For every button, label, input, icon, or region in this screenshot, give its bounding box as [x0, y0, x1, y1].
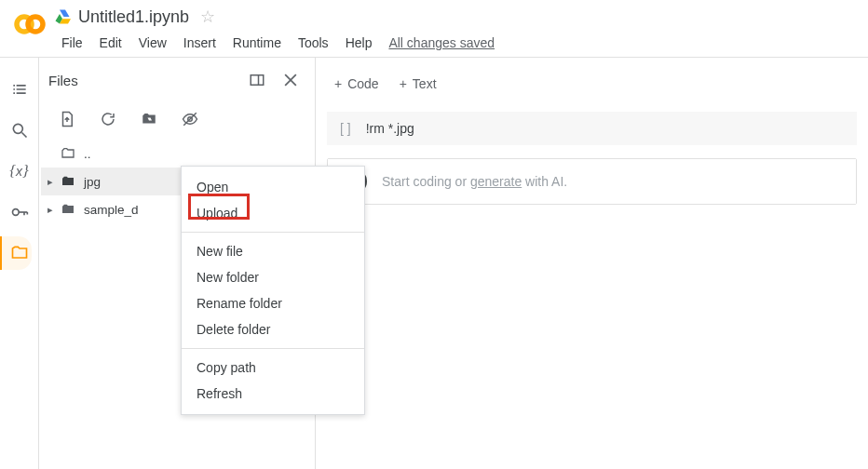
files-toolbar [39, 102, 315, 140]
colab-logo [13, 7, 47, 41]
menu-bar: File Edit View Insert Runtime Tools Help… [54, 28, 868, 54]
ctx-delete[interactable]: Delete folder [182, 316, 364, 342]
tree-label: sample_d [84, 203, 139, 217]
ctx-new-file[interactable]: New file [182, 238, 364, 264]
notebook-title[interactable]: Untitled1.ipynb [78, 7, 189, 27]
save-status[interactable]: All changes saved [381, 32, 502, 54]
ctx-refresh[interactable]: Refresh [182, 381, 364, 407]
upload-icon[interactable] [56, 108, 78, 130]
add-code-button[interactable]: +Code [327, 73, 387, 95]
files-icon[interactable] [8, 242, 31, 264]
folder-icon [60, 174, 76, 189]
secrets-icon[interactable] [8, 201, 31, 223]
refresh-icon[interactable] [97, 108, 119, 130]
svg-point-1 [28, 17, 43, 32]
divider [182, 232, 364, 233]
menu-tools[interactable]: Tools [291, 32, 336, 54]
svg-point-4 [12, 209, 19, 216]
folder-icon [60, 146, 76, 161]
menu-help[interactable]: Help [338, 32, 380, 54]
caret-icon[interactable]: ▸ [41, 176, 60, 188]
ctx-rename[interactable]: Rename folder [182, 290, 364, 316]
close-icon[interactable] [274, 63, 307, 97]
variables-icon[interactable]: {x} [8, 160, 31, 182]
plus-icon: + [334, 76, 342, 91]
plus-icon: + [400, 76, 407, 91]
ctx-upload[interactable]: Upload [182, 200, 364, 226]
expand-icon[interactable] [240, 63, 274, 97]
svg-line-3 [21, 133, 26, 138]
code-cell[interactable]: Start coding or generate with AI. [327, 158, 857, 205]
files-panel: Files .. ▸ jpg ▸ sample_d [39, 58, 316, 469]
tree-up[interactable]: .. [41, 140, 315, 168]
toggle-hidden-icon[interactable] [179, 108, 201, 130]
folder-icon [60, 202, 76, 217]
caret-icon[interactable]: ▸ [41, 204, 60, 216]
mount-drive-icon[interactable] [138, 108, 160, 130]
header: Untitled1.ipynb ☆ File Edit View Insert … [0, 0, 868, 58]
drive-icon [54, 8, 71, 25]
divider [182, 348, 364, 349]
ctx-copy-path[interactable]: Copy path [182, 355, 364, 381]
editor-toolbar: +Code +Text [327, 67, 857, 100]
editor: +Code +Text [ ] !rm *.jpg Start coding o… [316, 58, 868, 469]
menu-file[interactable]: File [54, 32, 90, 54]
ctx-open[interactable]: Open [182, 174, 364, 200]
tree-label: .. [84, 147, 91, 161]
code-cell[interactable]: [ ] !rm *.jpg [327, 112, 857, 145]
menu-view[interactable]: View [131, 32, 174, 54]
svg-rect-8 [251, 75, 264, 86]
cell-code[interactable]: !rm *.jpg [366, 121, 414, 136]
tree-label: jpg [84, 175, 101, 189]
add-text-button[interactable]: +Text [392, 73, 444, 95]
menu-runtime[interactable]: Runtime [225, 32, 289, 54]
search-icon[interactable] [8, 119, 31, 141]
svg-point-2 [13, 124, 22, 133]
context-menu: Open Upload New file New folder Rename f… [181, 166, 365, 415]
toc-icon[interactable] [8, 78, 31, 100]
left-rail: {x} [0, 58, 39, 469]
cell-placeholder[interactable]: Start coding or generate with AI. [382, 174, 567, 189]
files-panel-title: Files [48, 73, 240, 88]
ctx-new-folder[interactable]: New folder [182, 264, 364, 290]
menu-edit[interactable]: Edit [92, 32, 129, 54]
menu-insert[interactable]: Insert [176, 32, 224, 54]
main: {x} Files .. ▸ jpg [0, 58, 868, 469]
cell-exec-bracket[interactable]: [ ] [340, 121, 351, 136]
star-icon[interactable]: ☆ [200, 7, 215, 27]
